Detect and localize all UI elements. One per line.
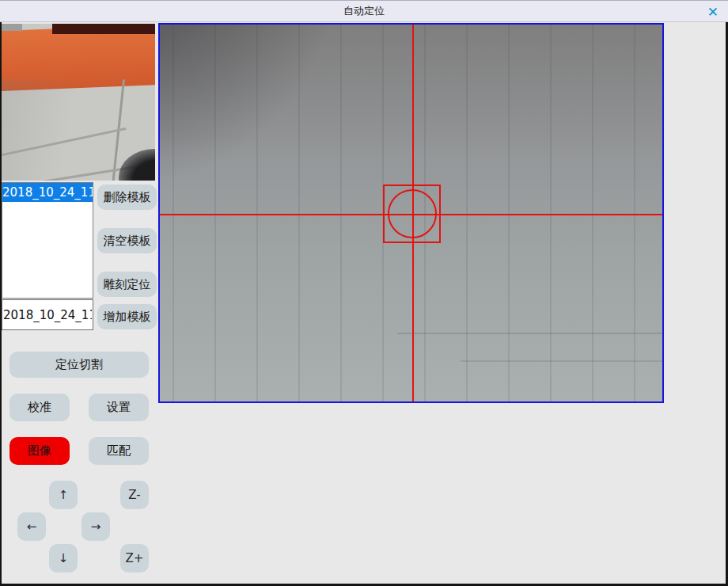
delete-template-button[interactable]: 删除模板 bbox=[97, 185, 157, 210]
thumbnail-dark-strip bbox=[52, 24, 155, 34]
template-thumbnail bbox=[2, 24, 155, 181]
template-name-input[interactable] bbox=[2, 299, 93, 330]
position-cut-button[interactable]: 定位切割 bbox=[9, 352, 149, 378]
camera-grout-line bbox=[397, 333, 662, 334]
camera-view[interactable] bbox=[158, 23, 664, 403]
camera-grout-line bbox=[461, 360, 662, 362]
arrow-up-icon: ↑ bbox=[59, 488, 69, 502]
z-plus-button[interactable]: Z+ bbox=[120, 544, 149, 573]
template-list-item[interactable]: 2018_10_24_11 bbox=[2, 183, 93, 202]
jog-right-button[interactable]: → bbox=[82, 512, 110, 541]
calibrate-button[interactable]: 校准 bbox=[9, 394, 70, 421]
jog-left-button[interactable]: ← bbox=[17, 512, 46, 541]
target-circle bbox=[388, 189, 437, 238]
window-border bbox=[0, 22, 2, 586]
arrow-down-icon: ↓ bbox=[59, 551, 69, 565]
jog-up-button[interactable]: ↑ bbox=[49, 481, 78, 509]
template-list[interactable]: 2018_10_24_11 bbox=[2, 182, 93, 299]
settings-button[interactable]: 设置 bbox=[89, 394, 149, 421]
titlebar: 自动定位 ✕ bbox=[0, 0, 728, 22]
close-icon[interactable]: ✕ bbox=[707, 3, 719, 21]
add-template-button[interactable]: 增加模板 bbox=[97, 304, 157, 329]
window-title: 自动定位 bbox=[343, 4, 385, 18]
match-button[interactable]: 匹配 bbox=[89, 437, 149, 465]
z-minus-button[interactable]: Z- bbox=[120, 481, 149, 509]
auto-position-window: 自动定位 ✕ 2018_10_24_11 删除模板 清空模板 雕刻定位 增加模板… bbox=[0, 0, 728, 586]
image-button[interactable]: 图像 bbox=[9, 437, 70, 465]
engrave-position-button[interactable]: 雕刻定位 bbox=[97, 272, 157, 297]
clear-template-button[interactable]: 清空模板 bbox=[97, 228, 157, 253]
jog-down-button[interactable]: ↓ bbox=[49, 544, 78, 573]
arrow-right-icon: → bbox=[91, 519, 101, 534]
thumbnail-gray-strip bbox=[2, 24, 22, 31]
arrow-left-icon: ← bbox=[27, 519, 37, 534]
